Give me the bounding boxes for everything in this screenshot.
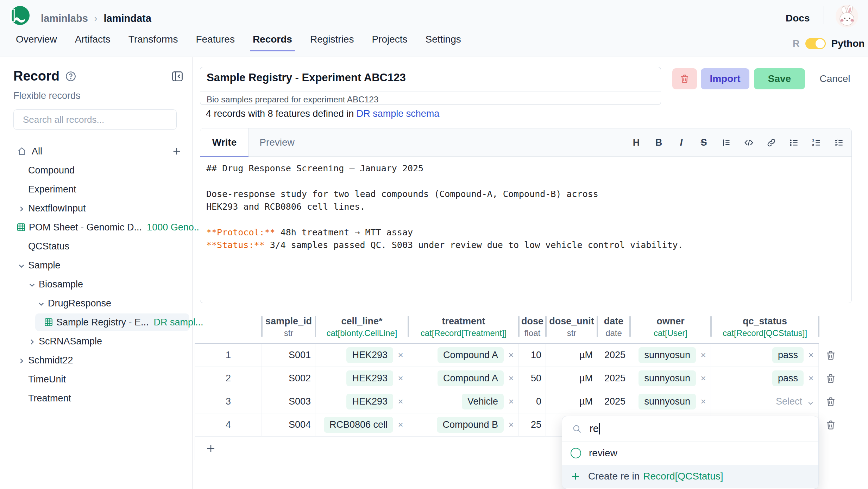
delete-row-icon[interactable] [825, 396, 839, 410]
cell-treatment[interactable]: Compound A× [408, 367, 519, 390]
tab-preview[interactable]: Preview [249, 128, 305, 157]
cell-dose[interactable]: 10 [519, 344, 546, 367]
sidebar-item-sample[interactable]: Sample [0, 256, 192, 275]
record-title-input[interactable]: Sample Registry - Experiment ABC123 [207, 71, 654, 87]
dropdown-search-row[interactable]: re [562, 416, 818, 442]
treatment-chip[interactable]: Compound B [437, 417, 504, 433]
chevron-down-icon[interactable] [37, 299, 45, 307]
cell-date[interactable]: 2025 [597, 390, 630, 413]
remove-chip-icon[interactable]: × [700, 350, 706, 361]
code-icon[interactable] [744, 138, 754, 147]
remove-chip-icon[interactable]: × [397, 350, 404, 361]
cell-cell-line[interactable]: HEK293× [315, 390, 408, 413]
remove-chip-icon[interactable]: × [508, 396, 514, 407]
cell-qc-status[interactable]: Select [711, 390, 819, 413]
cell-dose[interactable]: 25 [519, 413, 546, 437]
cell-date[interactable]: 2025 [597, 367, 630, 390]
remove-chip-icon[interactable]: × [397, 396, 404, 407]
record-description-input[interactable]: Bio samples prepared for experiment ABC1… [207, 95, 378, 104]
cell-dose[interactable]: 50 [519, 367, 546, 390]
add-record-type-icon[interactable] [172, 146, 182, 156]
nav-tab-artifacts[interactable]: Artifacts [75, 34, 111, 51]
sidebar-item-qcstatus[interactable]: QCStatus [0, 237, 192, 256]
heading-icon[interactable]: H [631, 138, 641, 147]
remove-chip-icon[interactable]: × [508, 419, 514, 430]
save-button[interactable]: Save [754, 68, 805, 89]
bullet-list-icon[interactable] [789, 138, 799, 147]
delete-row-icon[interactable] [825, 373, 839, 387]
cell-qc-status[interactable]: pass× [711, 367, 819, 390]
column-header-cell_line[interactable]: cell_line*cat[bionty.CellLine] [315, 313, 408, 344]
remove-chip-icon[interactable]: × [808, 350, 814, 361]
sidebar-item-timeunit[interactable]: TimeUnit [0, 370, 192, 389]
cell-cell-line[interactable]: HEK293× [315, 367, 408, 390]
owner-chip[interactable]: sunnyosun [639, 370, 696, 386]
cell-sample-id[interactable]: S003 [262, 390, 315, 413]
lang-r-label[interactable]: R [793, 38, 800, 49]
sidebar-item-compound[interactable]: Compound [0, 161, 192, 180]
chevron-down-icon[interactable] [807, 398, 814, 405]
sidebar-item-nextflowinput[interactable]: NextflowInput [0, 199, 192, 218]
collapse-sidebar-icon[interactable] [171, 70, 184, 83]
column-header-owner[interactable]: ownercat[User] [630, 313, 711, 344]
remove-chip-icon[interactable]: × [700, 396, 706, 407]
breadcrumb-instance[interactable]: lamindata [103, 13, 151, 24]
chevron-down-icon[interactable] [28, 280, 36, 288]
nav-tab-transforms[interactable]: Transforms [128, 34, 178, 51]
cell-treatment[interactable]: Compound A× [408, 344, 519, 367]
sidebar-item-biosample[interactable]: Biosample [0, 275, 192, 294]
cell-dose-unit[interactable]: µM [546, 390, 597, 413]
cell-line-chip[interactable]: HEK293 [346, 347, 393, 363]
user-avatar[interactable] [836, 5, 858, 27]
chevron-right-icon[interactable] [18, 356, 25, 364]
remove-chip-icon[interactable]: × [397, 419, 404, 430]
column-header-sample_id[interactable]: sample_idstr [262, 313, 315, 344]
row-index[interactable]: 3 [195, 390, 262, 413]
remove-chip-icon[interactable]: × [508, 350, 514, 361]
cell-dose-unit[interactable]: µM [546, 344, 597, 367]
cell-cell-line[interactable]: RCB0806 cell× [315, 413, 408, 437]
owner-chip[interactable]: sunnyosun [639, 347, 696, 363]
link-icon[interactable] [767, 138, 776, 147]
dropdown-query[interactable]: re [590, 423, 599, 434]
markdown-textarea[interactable]: ## Drug Response Screening — January 202… [206, 162, 845, 303]
sidebar-item-schmidt22[interactable]: Schmidt22 [0, 351, 192, 370]
nav-tab-projects[interactable]: Projects [372, 34, 407, 51]
qc-status-chip[interactable]: pass [772, 370, 804, 386]
row-index[interactable]: 1 [195, 344, 262, 367]
cell-date[interactable]: 2025 [597, 344, 630, 367]
column-header-treatment[interactable]: treatmentcat[Record[Treatment]] [408, 313, 519, 344]
nav-tab-registries[interactable]: Registries [310, 34, 354, 51]
add-row-button[interactable] [195, 437, 227, 460]
cell-sample-id[interactable]: S004 [262, 413, 315, 437]
docs-link[interactable]: Docs [786, 13, 810, 24]
tab-write[interactable]: Write [200, 128, 249, 157]
cell-sample-id[interactable]: S001 [262, 344, 315, 367]
nav-tab-settings[interactable]: Settings [426, 34, 461, 51]
delete-record-button[interactable] [672, 68, 697, 89]
strikethrough-icon[interactable]: S [699, 138, 709, 147]
cell-qc-status[interactable]: pass× [711, 344, 819, 367]
lamin-logo[interactable] [9, 5, 30, 26]
italic-icon[interactable]: I [677, 138, 686, 147]
cell-dose[interactable]: 0 [519, 390, 546, 413]
dropdown-option-review[interactable]: review [562, 442, 818, 465]
sidebar-item-drugresponse[interactable]: DrugResponse [0, 294, 192, 313]
cell-dose-unit[interactable]: µM [546, 367, 597, 390]
sidebar-item-scrnasample[interactable]: ScRNASample [0, 332, 192, 351]
sidebar-item-treatment[interactable]: Treatment [0, 389, 192, 408]
chevron-right-icon[interactable] [28, 337, 36, 345]
cell-line-chip[interactable]: RCB0806 cell [324, 417, 393, 433]
remove-chip-icon[interactable]: × [397, 373, 404, 384]
row-index[interactable]: 2 [195, 367, 262, 390]
cell-cell-line[interactable]: HEK293× [315, 344, 408, 367]
cell-treatment[interactable]: Compound B× [408, 413, 519, 437]
breadcrumb-org[interactable]: laminlabs [41, 13, 88, 24]
sidebar-item-pom-sheet-genomic-d-[interactable]: POM Sheet - Genomic D...1000 Geno... [0, 218, 192, 237]
lang-python-label[interactable]: Python [831, 38, 865, 49]
cell-sample-id[interactable]: S002 [262, 367, 315, 390]
dropdown-create-option[interactable]: Create re in Record[QCStatus] [562, 465, 818, 488]
qc-status-chip[interactable]: pass [772, 347, 804, 363]
owner-chip[interactable]: sunnyosun [639, 394, 696, 409]
cell-owner[interactable]: sunnyosun× [630, 390, 711, 413]
